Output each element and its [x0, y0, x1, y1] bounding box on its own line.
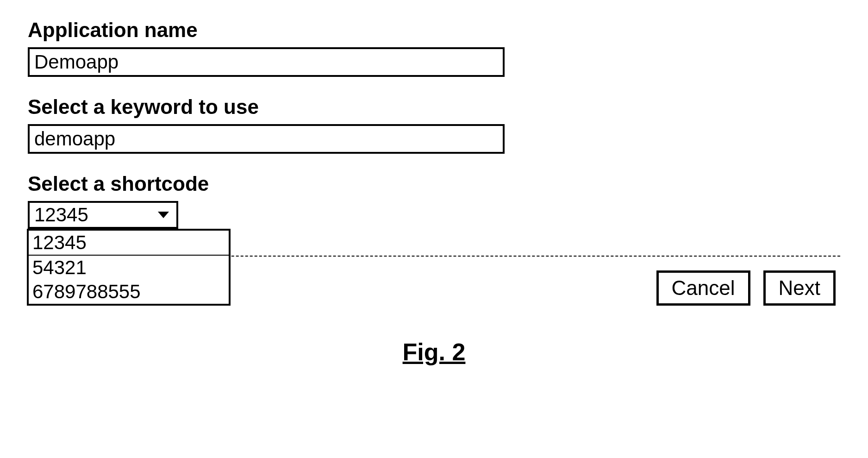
- shortcode-select[interactable]: 12345: [28, 201, 178, 229]
- shortcode-group: Select a shortcode 12345 12345 54321 678…: [28, 172, 840, 229]
- shortcode-selected-value: 12345: [34, 204, 88, 226]
- application-name-group: Application name: [28, 19, 840, 77]
- keyword-group: Select a keyword to use: [28, 95, 840, 154]
- shortcode-option[interactable]: 6789788555: [29, 280, 229, 304]
- figure-label: Fig. 2: [28, 338, 840, 366]
- chevron-down-icon: [158, 212, 169, 218]
- next-button[interactable]: Next: [763, 270, 836, 306]
- shortcode-dropdown-list: 12345 54321 6789788555: [27, 229, 231, 306]
- keyword-label: Select a keyword to use: [28, 95, 840, 119]
- shortcode-label: Select a shortcode: [28, 172, 840, 195]
- application-name-input[interactable]: [28, 47, 505, 77]
- form-container: Application name Select a keyword to use…: [28, 19, 840, 366]
- cancel-button[interactable]: Cancel: [656, 270, 750, 306]
- shortcode-option[interactable]: 54321: [29, 256, 229, 280]
- shortcode-option[interactable]: 12345: [29, 231, 229, 256]
- application-name-label: Application name: [28, 19, 840, 42]
- shortcode-select-wrapper: 12345 12345 54321 6789788555: [28, 201, 178, 229]
- keyword-input[interactable]: [28, 124, 505, 154]
